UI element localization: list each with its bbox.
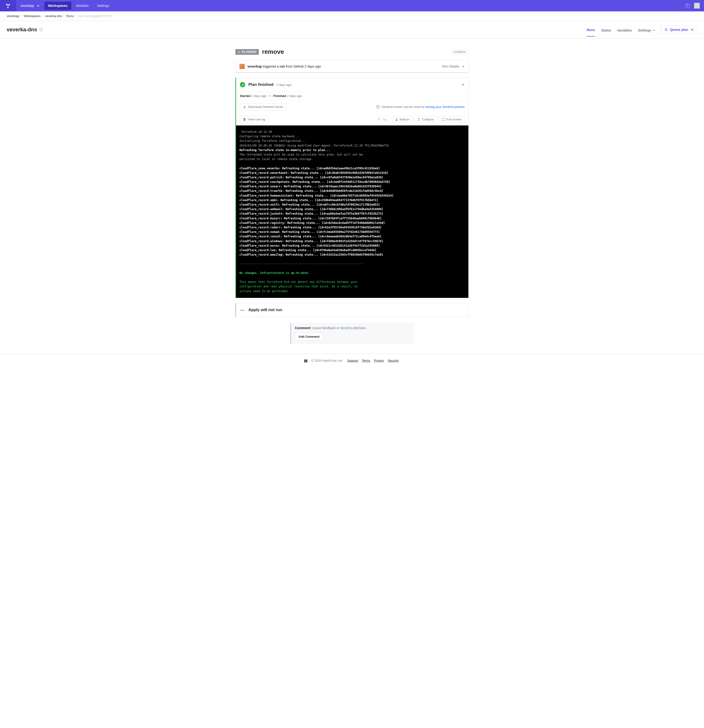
footer-security[interactable]: Security <box>388 359 399 363</box>
crumb-workspace[interactable]: veverka-dns <box>45 14 62 18</box>
collapse-icon <box>417 118 420 121</box>
ws-tab-variables[interactable]: Variables <box>617 29 632 36</box>
apply-header[interactable]: — Apply will not run <box>236 303 468 317</box>
info-icon[interactable] <box>39 28 43 32</box>
crumb-workspaces[interactable]: Workspaces <box>24 14 40 18</box>
org-selector[interactable]: veverkap <box>16 4 44 7</box>
queue-icon <box>664 28 668 31</box>
breadcrumbs: veverkap/ Workspaces/ veverka-dns/ Runs/… <box>0 12 704 21</box>
ws-settings-label: Settings <box>638 29 651 32</box>
topbar-right: ? <box>685 3 704 9</box>
chevron-down-icon <box>37 4 40 7</box>
crumb-current: run-huen2fgq9g7DFVPY <box>78 14 112 18</box>
help-icon[interactable]: ? <box>685 3 690 8</box>
plan-meta: Started 2 days ago > Finished 2 days ago <box>236 91 468 100</box>
ws-tab-settings[interactable]: Settings <box>638 29 655 36</box>
footer-privacy[interactable]: Privacy <box>374 359 384 363</box>
document-icon <box>243 118 246 121</box>
run-details-button[interactable]: Run Details <box>442 65 465 68</box>
run-header-card: veverkap triggered a run from GitHub 2 d… <box>235 60 469 73</box>
workspace-title: veverka-dns <box>7 27 37 33</box>
terminal-output: Terraform v0.12.20 Configuring remote st… <box>236 126 468 298</box>
apply-title: Apply will not run <box>248 308 282 312</box>
user-avatar[interactable] <box>694 3 700 9</box>
fullscreen-label: Full screen <box>446 118 462 121</box>
success-icon <box>240 82 245 87</box>
top-label: Top <box>382 118 387 121</box>
triggered-by-avatar <box>239 64 245 69</box>
download-sentinel-button[interactable]: Download Sentinel mocks <box>240 103 287 111</box>
collapse-button[interactable]: Collapse <box>414 116 437 123</box>
org-name: veverkap <box>20 4 34 7</box>
download-label: Download Sentinel mocks <box>248 105 284 108</box>
check-icon <box>238 51 240 53</box>
bottom-label: Bottom <box>400 118 409 121</box>
plan-time: 2 days ago <box>276 83 291 87</box>
crumb-org[interactable]: veverkap <box>7 14 19 18</box>
workspace-tabs: Runs States Variables Settings <box>587 28 655 32</box>
sentinel-link[interactable]: testing your Sentinel policies <box>426 105 465 108</box>
arrow-up-icon <box>378 118 381 121</box>
add-comment-button[interactable]: Add Comment <box>295 333 323 341</box>
info-icon <box>376 105 380 108</box>
terraform-logo[interactable] <box>0 0 16 12</box>
footer-terms[interactable]: Terms <box>362 359 370 363</box>
crumb-runs[interactable]: Runs <box>66 14 74 18</box>
plan-actions: Download Sentinel mocks Sentinel mocks c… <box>236 100 468 113</box>
raw-log-label: View raw log <box>248 118 265 121</box>
topbar-tabs: Workspaces Modules Settings <box>44 0 114 12</box>
fullscreen-button[interactable]: Full screen <box>439 116 465 123</box>
chevron-down-icon <box>652 29 655 32</box>
ws-tab-runs[interactable]: Runs <box>587 28 595 36</box>
comment-label: Comment: Leave feedback or record a deci… <box>295 326 410 330</box>
view-raw-log-button[interactable]: View raw log <box>240 116 268 123</box>
chevron-up-icon <box>462 83 465 86</box>
plan-card: Plan finished 2 days ago Started 2 days … <box>235 78 469 298</box>
comment-card: Comment: Leave feedback or record a deci… <box>290 323 414 344</box>
run-details-label: Run Details <box>442 65 459 68</box>
plan-title: Plan finished <box>248 82 274 87</box>
plan-header[interactable]: Plan finished 2 days ago <box>236 78 468 91</box>
run-title: remove <box>262 48 284 55</box>
status-text: PLANNED <box>242 50 257 53</box>
run-title-row: PLANNED remove CURRENT <box>235 48 469 55</box>
run-header-text: veverkap triggered a run from GitHub 2 d… <box>247 65 321 68</box>
download-icon <box>243 105 246 108</box>
ws-tab-states[interactable]: States <box>601 29 611 36</box>
chevron-down-icon <box>462 65 465 68</box>
arrow-down-icon <box>395 118 398 121</box>
minus-icon: — <box>240 307 245 312</box>
footer-support[interactable]: Support <box>347 359 358 363</box>
tab-workspaces[interactable]: Workspaces <box>44 1 71 10</box>
chevron-down-icon <box>691 28 694 31</box>
fullscreen-icon <box>442 118 445 121</box>
tab-modules[interactable]: Modules <box>72 1 92 10</box>
log-toolbar: View raw log Top Bottom Collapse Full s <box>236 113 468 126</box>
queue-plan-label: Queue plan <box>670 28 688 32</box>
footer: © 2020 HashiCorp, Inc. Support Terms Pri… <box>0 354 704 368</box>
apply-card: — Apply will not run <box>235 303 469 317</box>
svg-point-2 <box>41 29 42 29</box>
topbar: veverkap Workspaces Modules Settings ? <box>0 0 704 12</box>
queue-plan-button[interactable]: Queue plan <box>661 26 697 34</box>
workspace-header: veverka-dns Runs States Variables Settin… <box>0 21 704 39</box>
top-button[interactable]: Top <box>375 116 390 123</box>
collapse-label: Collapse <box>422 118 434 121</box>
sentinel-info: Sentinel mocks can be used for testing y… <box>376 105 465 108</box>
copyright: © 2020 HashiCorp, Inc. <box>311 359 343 363</box>
current-badge: CURRENT <box>451 49 469 54</box>
status-badge: PLANNED <box>235 49 259 55</box>
bottom-button[interactable]: Bottom <box>392 116 413 123</box>
hashicorp-logo <box>304 359 308 363</box>
tab-settings[interactable]: Settings <box>94 1 113 10</box>
